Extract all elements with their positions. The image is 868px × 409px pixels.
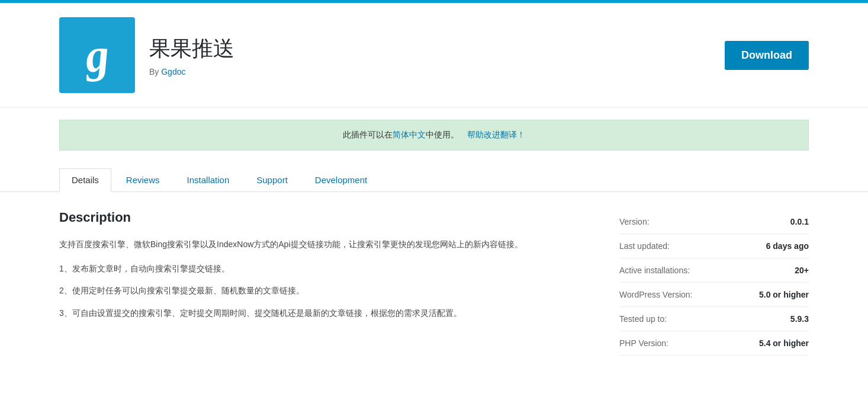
sidebar: Version: 0.0.1 Last updated: 6 days ago … bbox=[619, 210, 809, 356]
tabs-container: Details Reviews Installation Support Dev… bbox=[0, 156, 868, 192]
description-item-3: 3、可自由设置提交的搜索引擎、定时提交周期时间、提交随机还是最新的文章链接，根据… bbox=[59, 306, 584, 321]
plugin-header: g 果果推送 By Ggdoc Download bbox=[0, 3, 868, 108]
meta-label-last-updated: Last updated: bbox=[619, 241, 670, 251]
meta-row-wp-version: WordPress Version: 5.0 or higher bbox=[619, 283, 809, 307]
meta-label-tested-up-to: Tested up to: bbox=[619, 314, 667, 324]
meta-row-php-version: PHP Version: 5.4 or higher bbox=[619, 331, 809, 356]
main-content: Description 支持百度搜索引擎、微软Bing搜索引擎以及IndexNo… bbox=[0, 192, 868, 373]
tab-support[interactable]: Support bbox=[244, 168, 300, 191]
meta-row-active-installs: Active installations: 20+ bbox=[619, 258, 809, 283]
meta-value-tested-up-to: 5.9.3 bbox=[790, 314, 809, 324]
meta-label-version: Version: bbox=[619, 217, 650, 226]
meta-label-php-version: PHP Version: bbox=[619, 338, 668, 348]
description-item-2: 2、使用定时任务可以向搜索引擎提交最新、随机数量的文章链接。 bbox=[59, 283, 584, 298]
download-button[interactable]: Download bbox=[725, 41, 809, 70]
notice-link-help-translate[interactable]: 帮助改进翻译！ bbox=[467, 130, 525, 139]
meta-value-active-installs: 20+ bbox=[795, 266, 809, 275]
tab-reviews[interactable]: Reviews bbox=[114, 168, 172, 191]
description-intro: 支持百度搜索引擎、微软Bing搜索引擎以及IndexNow方式的Api提交链接功… bbox=[59, 237, 584, 252]
meta-value-version: 0.0.1 bbox=[790, 217, 809, 226]
plugin-author: By Ggdoc bbox=[149, 67, 711, 76]
meta-row-version: Version: 0.0.1 bbox=[619, 210, 809, 234]
meta-label-wp-version: WordPress Version: bbox=[619, 290, 692, 299]
notice-text-before: 此插件可以在 bbox=[343, 130, 393, 139]
meta-row-last-updated: Last updated: 6 days ago bbox=[619, 234, 809, 258]
meta-row-tested-up-to: Tested up to: 5.9.3 bbox=[619, 307, 809, 331]
notice-text-middle: 中使用。 bbox=[426, 130, 459, 139]
meta-value-last-updated: 6 days ago bbox=[766, 241, 809, 251]
meta-label-active-installs: Active installations: bbox=[619, 266, 690, 275]
meta-value-wp-version: 5.0 or higher bbox=[759, 290, 809, 299]
notice-bar: 此插件可以在简体中文中使用。 帮助改进翻译！ bbox=[59, 120, 809, 151]
plugin-title: 果果推送 bbox=[149, 34, 711, 63]
plugin-icon-letter: g bbox=[83, 30, 111, 79]
meta-value-php-version: 5.4 or higher bbox=[759, 338, 809, 348]
author-prefix: By bbox=[149, 67, 159, 76]
plugin-icon: g bbox=[59, 17, 135, 93]
description-item-1: 1、发布新文章时，自动向搜索引擎提交链接。 bbox=[59, 261, 584, 276]
plugin-info: 果果推送 By Ggdoc bbox=[149, 34, 711, 76]
description-title: Description bbox=[59, 210, 584, 225]
tab-development[interactable]: Development bbox=[303, 168, 380, 191]
tab-details[interactable]: Details bbox=[59, 168, 111, 192]
description-section: Description 支持百度搜索引擎、微软Bing搜索引擎以及IndexNo… bbox=[59, 210, 584, 356]
author-link[interactable]: Ggdoc bbox=[161, 67, 185, 76]
tab-installation[interactable]: Installation bbox=[175, 168, 242, 191]
notice-link-simplified-chinese[interactable]: 简体中文 bbox=[393, 130, 426, 139]
